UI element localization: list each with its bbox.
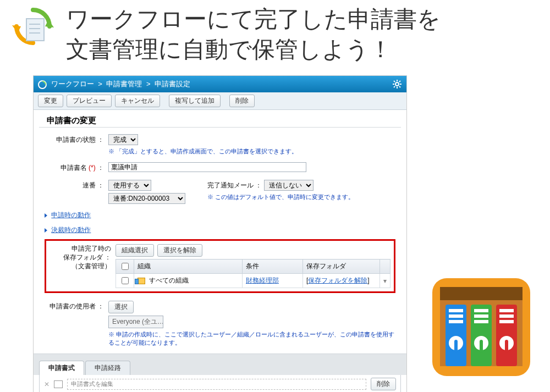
org-table: 組織 条件 保存フォルダ (116, 259, 391, 288)
org-folder-clear-link[interactable]: 保存フォルダを解除 (308, 277, 367, 284)
svg-rect-26 (474, 309, 488, 312)
org-clear-button[interactable]: 選択を解除 (157, 244, 202, 257)
svg-rect-30 (480, 340, 483, 353)
serial-number-select[interactable]: 連番:DN20-000003 (108, 193, 185, 204)
svg-rect-20 (449, 309, 463, 312)
org-row: すべての組織 財務経理部 [保存フォルダを解除] ▾ (116, 274, 391, 288)
on-approve-link[interactable]: 決裁時の動作 (51, 226, 91, 234)
item-icon (54, 380, 63, 388)
svg-rect-2 (26, 19, 44, 41)
svg-line-14 (394, 86, 395, 87)
section-title: 申請書の変更 (39, 110, 401, 128)
svg-rect-27 (474, 314, 488, 318)
expand-icon (45, 228, 47, 233)
serial-use-select[interactable]: 使用する (108, 180, 151, 191)
preview-button[interactable]: プレビュー (67, 95, 112, 107)
org-col-folder: 保存フォルダ (303, 260, 380, 274)
serial-label: 連番 ： (42, 180, 108, 191)
tabs-bar: 申請書式 申請経路 (34, 354, 406, 375)
breadcrumb-level1[interactable]: 申請書管理 (106, 80, 142, 88)
close-icon[interactable]: ✕ (44, 380, 50, 388)
tab-form[interactable]: 申請書式 (39, 361, 84, 375)
svg-line-15 (399, 81, 400, 82)
save-folder-label: 申請完了時の 保存フォルダ ： （文書管理） (50, 244, 116, 288)
svg-rect-24 (454, 340, 458, 353)
notify-label: 完了通知メール ： (207, 181, 262, 189)
row-scroll-hint-icon: ▾ (380, 274, 391, 288)
cancel-button[interactable]: キャンセル (115, 95, 160, 107)
name-input[interactable] (108, 162, 306, 172)
workflow-icon (38, 80, 51, 88)
page-title: ワークフローにて完了した申請書を 文書管理に自動で保管しよう！ (66, 4, 441, 64)
svg-rect-34 (499, 320, 514, 323)
tab-content: ✕ 申請書式を編集 削除 (39, 375, 401, 392)
svg-rect-36 (505, 340, 508, 353)
users-label: 申請書の使用者 ： (42, 301, 108, 312)
change-button[interactable]: 変更 (38, 95, 63, 107)
breadcrumb-root[interactable]: ワークフロー (51, 80, 94, 88)
name-label: 申請書名 (*) ： (42, 162, 108, 173)
users-select-button[interactable]: 選択 (108, 301, 134, 313)
breadcrumb: ワークフロー > 申請書管理 > 申請書設定 (38, 79, 190, 89)
svg-rect-31 (496, 305, 517, 366)
svg-rect-33 (499, 314, 514, 318)
on-apply-link[interactable]: 申請時の動作 (51, 211, 91, 219)
org-cond-link[interactable]: 財務経理部 (246, 277, 279, 284)
app-window: ワークフロー > 申請書管理 > 申請書設定 変更 プレビュー キャンセル 複写… (33, 75, 407, 392)
delete-button[interactable]: 削除 (229, 95, 255, 107)
users-note: ※ 申請の作成時に、ここで選択したユーザー／組織／ロールに含まれるユーザーが、こ… (108, 330, 398, 347)
notify-note: ※ この値はデフォルト値で、申請時に変更できます。 (207, 193, 354, 201)
svg-line-13 (399, 86, 400, 87)
org-row-checkbox[interactable] (122, 277, 129, 284)
svg-rect-21 (449, 314, 463, 318)
expand-icon (45, 213, 47, 218)
form-edit-placeholder[interactable]: 申請書式を編集 (67, 379, 366, 390)
org-select-all-checkbox[interactable] (122, 263, 129, 270)
svg-rect-25 (471, 305, 492, 366)
org-col-org: 組織 (134, 260, 243, 274)
workflow-document-icon (11, 7, 55, 51)
org-tree-icon (138, 278, 145, 284)
users-value[interactable]: Everyone (全ユ… (108, 316, 163, 328)
copy-add-button[interactable]: 複写して追加 (169, 95, 221, 107)
svg-rect-19 (446, 305, 466, 366)
bottom-delete-button[interactable]: 削除 (371, 378, 396, 390)
status-label: 申請書の状態 ： (42, 134, 108, 145)
tab-route[interactable]: 申請経路 (85, 361, 130, 375)
notify-select[interactable]: 送信しない (264, 180, 314, 191)
org-select-button[interactable]: 組織選択 (116, 244, 154, 257)
svg-rect-17 (440, 287, 522, 300)
save-folder-section: 申請完了時の 保存フォルダ ： （文書管理） 組織選択 選択を解除 (45, 239, 395, 293)
org-row-name: すべての組織 (149, 277, 189, 284)
svg-rect-28 (474, 320, 488, 323)
status-note: ※ 「完成」とすると、申請作成画面で、この申請書を選択できます。 (108, 147, 398, 156)
svg-rect-22 (449, 320, 463, 323)
document-management-icon (429, 275, 534, 379)
svg-rect-32 (499, 309, 514, 312)
settings-gear-icon[interactable] (392, 79, 402, 89)
org-col-cond: 条件 (243, 260, 303, 274)
svg-point-7 (395, 82, 399, 86)
status-select[interactable]: 完成 (108, 134, 138, 145)
breadcrumb-level2[interactable]: 申請書設定 (155, 80, 190, 88)
svg-line-12 (394, 81, 395, 82)
action-toolbar: 変更 プレビュー キャンセル 複写して追加 削除 (34, 92, 406, 110)
